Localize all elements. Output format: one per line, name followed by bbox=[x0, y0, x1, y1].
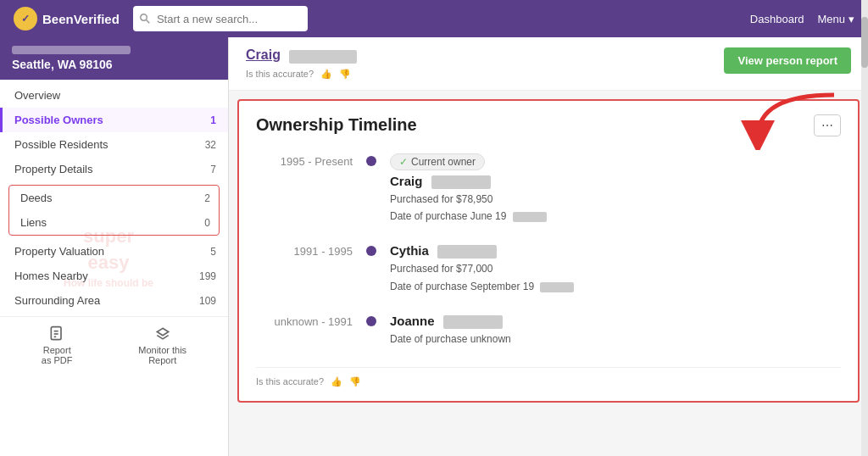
craig-card: Craig Is this accurate? 👍 👎 View person … bbox=[229, 37, 868, 91]
monitor-icon bbox=[154, 325, 171, 342]
sidebar-address: Seattle, WA 98106 bbox=[12, 58, 216, 71]
sidebar-item-possible-residents-count: 32 bbox=[205, 139, 216, 151]
timeline-dot-2 bbox=[366, 316, 376, 326]
timeline-info-1: Cythia Purchased for $77,000 Date of pur… bbox=[390, 243, 841, 295]
sidebar-item-overview-label: Overview bbox=[14, 89, 60, 102]
sidebar-item-liens-label: Liens bbox=[20, 216, 47, 229]
menu-button[interactable]: Menu ▾ bbox=[817, 13, 854, 25]
craig-name-row: Craig bbox=[246, 47, 357, 64]
accurate-label-craig: Is this accurate? bbox=[246, 69, 314, 79]
report-pdf-button[interactable]: Reportas PDF bbox=[42, 325, 73, 365]
owner-name-2-blurred bbox=[443, 315, 503, 329]
timeline-year-1: 1991 - 1995 bbox=[256, 243, 366, 258]
timeline-thumbdown-icon[interactable]: 👎 bbox=[349, 376, 361, 387]
sidebar-item-property-valuation-label: Property Valuation bbox=[14, 245, 104, 258]
sidebar-item-overview[interactable]: Overview bbox=[0, 83, 228, 108]
chevron-down-icon: ▾ bbox=[849, 13, 854, 25]
sidebar-address-block: Seattle, WA 98106 bbox=[0, 37, 228, 80]
timeline-dot-1 bbox=[366, 246, 376, 256]
timeline-entry-0: 1995 - Present ✓ Current owner Craig Pur… bbox=[256, 153, 841, 225]
sidebar-item-surrounding-area-label: Surrounding Area bbox=[14, 294, 100, 307]
sidebar-item-possible-residents[interactable]: Possible Residents 32 bbox=[0, 132, 228, 157]
owner-name-1: Cythia bbox=[390, 243, 841, 259]
current-owner-badge: ✓ Current owner bbox=[390, 153, 485, 170]
address-blurred-line bbox=[12, 46, 131, 54]
svg-point-0 bbox=[141, 14, 147, 21]
sidebar-item-homes-nearby[interactable]: Homes Nearby 199 bbox=[0, 264, 228, 288]
owner-detail-0-purchased: Purchased for $78,950 bbox=[390, 191, 841, 208]
scrollbar-thumb[interactable] bbox=[861, 37, 868, 68]
date-blurred-0 bbox=[513, 212, 547, 222]
header: ✓ BeenVerified Dashboard Menu ▾ bbox=[0, 0, 868, 37]
report-pdf-label: Reportas PDF bbox=[42, 345, 73, 365]
nav-group-box: Deeds 2 Liens 0 bbox=[8, 185, 220, 236]
accurate-row-craig: Is this accurate? 👍 👎 bbox=[246, 69, 357, 80]
sidebar-item-possible-owners[interactable]: Possible Owners 1 bbox=[0, 108, 228, 132]
timeline-info-0: ✓ Current owner Craig Purchased for $78,… bbox=[390, 153, 841, 225]
owner-detail-2-date: Date of purchase unknown bbox=[390, 331, 841, 348]
sidebar-item-possible-residents-label: Possible Residents bbox=[14, 138, 108, 151]
main-layout: Seattle, WA 98106 super easy How life sh… bbox=[0, 37, 868, 456]
logo-text: BeenVerified bbox=[42, 12, 120, 26]
timeline-year-2: unknown - 1991 bbox=[256, 314, 366, 328]
owner-detail-0-date: Date of purchase June 19 bbox=[390, 208, 841, 225]
craig-name[interactable]: Craig bbox=[246, 47, 281, 62]
search-input[interactable] bbox=[133, 6, 308, 31]
sidebar-item-homes-nearby-count: 199 bbox=[199, 270, 216, 282]
menu-label: Menu bbox=[817, 13, 845, 25]
content-area: Craig Is this accurate? 👍 👎 View person … bbox=[229, 37, 868, 456]
craig-card-left: Craig Is this accurate? 👍 👎 bbox=[246, 47, 357, 80]
timeline-dot-0 bbox=[366, 156, 376, 166]
sidebar-footer: Reportas PDF Monitor thisReport bbox=[0, 316, 228, 374]
red-arrow-icon bbox=[741, 91, 843, 150]
pdf-icon bbox=[48, 325, 65, 342]
timeline-accurate-label: Is this accurate? bbox=[256, 376, 324, 386]
timeline-entry-2: unknown - 1991 Joanne Date of purchase u… bbox=[256, 314, 841, 348]
monitor-report-button[interactable]: Monitor thisReport bbox=[138, 325, 186, 365]
monitor-report-label: Monitor thisReport bbox=[138, 345, 186, 365]
check-icon: ✓ bbox=[399, 156, 408, 168]
sidebar-item-property-details[interactable]: Property Details 7 bbox=[0, 157, 228, 181]
owner-name-2: Joanne bbox=[390, 314, 841, 329]
scrollbar-track bbox=[861, 37, 868, 456]
view-report-button[interactable]: View person report bbox=[724, 47, 851, 74]
svg-rect-2 bbox=[52, 327, 62, 340]
timeline-entry-1: 1991 - 1995 Cythia Purchased for $77,000… bbox=[256, 243, 841, 295]
timeline-thumbup-icon[interactable]: 👍 bbox=[331, 376, 342, 387]
sidebar-item-property-details-count: 7 bbox=[210, 164, 216, 175]
sidebar-item-homes-nearby-label: Homes Nearby bbox=[14, 270, 88, 282]
search-icon bbox=[140, 14, 150, 24]
logo-icon: ✓ bbox=[14, 7, 37, 31]
current-owner-label: Current owner bbox=[411, 156, 476, 168]
owner-name-1-blurred bbox=[437, 245, 497, 259]
sidebar-item-liens-count: 0 bbox=[204, 217, 210, 229]
search-bar-wrap bbox=[133, 6, 421, 31]
timeline-year-0: 1995 - Present bbox=[256, 153, 366, 168]
thumbup-icon[interactable]: 👍 bbox=[320, 69, 332, 80]
owner-name-0: Craig bbox=[390, 174, 841, 189]
svg-line-1 bbox=[146, 20, 149, 24]
sidebar-item-liens[interactable]: Liens 0 bbox=[9, 210, 219, 235]
craig-name-blurred bbox=[289, 50, 357, 64]
dashboard-link[interactable]: Dashboard bbox=[750, 13, 804, 25]
thumbdown-icon[interactable]: 👎 bbox=[339, 69, 351, 80]
sidebar-item-deeds-count: 2 bbox=[204, 192, 210, 204]
timeline-info-2: Joanne Date of purchase unknown bbox=[390, 314, 841, 348]
sidebar-item-surrounding-area-count: 109 bbox=[199, 295, 216, 307]
header-right: Dashboard Menu ▾ bbox=[750, 13, 854, 25]
sidebar-item-property-valuation-count: 5 bbox=[210, 246, 216, 258]
sidebar-item-property-details-label: Property Details bbox=[14, 163, 92, 175]
sidebar-item-deeds-label: Deeds bbox=[20, 192, 53, 204]
owner-detail-1-purchased: Purchased for $77,000 bbox=[390, 260, 841, 277]
timeline-footer: Is this accurate? 👍 👎 bbox=[256, 367, 841, 387]
timeline-wrapper: Ownership Timeline ⋯ 1995 - Present ✓ Cu… bbox=[229, 99, 868, 403]
date-blurred-1 bbox=[540, 282, 574, 292]
sidebar-item-possible-owners-label: Possible Owners bbox=[14, 114, 103, 126]
sidebar: Seattle, WA 98106 super easy How life sh… bbox=[0, 37, 229, 456]
sidebar-item-surrounding-area[interactable]: Surrounding Area 109 bbox=[0, 288, 228, 313]
owner-name-0-blurred bbox=[431, 175, 491, 189]
logo: ✓ BeenVerified bbox=[14, 7, 120, 31]
sidebar-item-deeds[interactable]: Deeds 2 bbox=[9, 186, 219, 210]
sidebar-item-property-valuation[interactable]: Property Valuation 5 bbox=[0, 239, 228, 264]
sidebar-nav: Overview Possible Owners 1 Possible Resi… bbox=[0, 80, 228, 316]
